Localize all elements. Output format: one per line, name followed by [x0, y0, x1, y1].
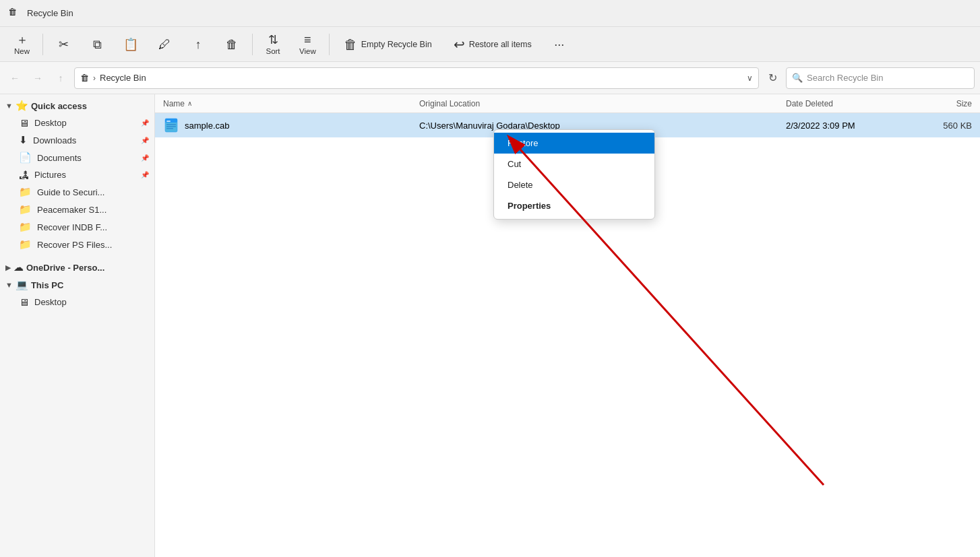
title-bar: 🗑 Recycle Bin: [0, 0, 980, 27]
sidebar-section-thispc[interactable]: ▼ 💻 This PC: [0, 276, 154, 294]
search-placeholder: Search Recycle Bin: [807, 73, 883, 83]
address-bar-icon: 🗑: [80, 73, 89, 83]
view-icon: ≡: [304, 34, 311, 46]
refresh-button[interactable]: ↻: [763, 69, 782, 88]
paste-button[interactable]: 📋: [115, 30, 147, 59]
separator-2: [252, 34, 253, 55]
col-header-date[interactable]: Date Deleted: [778, 94, 913, 112]
documents-label: Documents: [37, 153, 82, 163]
col-date-label: Date Deleted: [786, 99, 833, 108]
context-menu-cut[interactable]: Cut: [494, 154, 654, 174]
sidebar-item-pictures[interactable]: 🏞 Pictures 📌: [0, 166, 154, 183]
pictures-pin-icon: 📌: [141, 171, 149, 178]
file-name-cell: sample.cab: [155, 117, 411, 133]
context-menu-properties-label: Properties: [508, 201, 551, 211]
file-name-text: sample.cab: [185, 121, 229, 131]
restore-all-label: Restore all items: [469, 40, 532, 49]
breadcrumb-separator: ›: [93, 73, 96, 83]
col-header-name[interactable]: Name ∧: [155, 94, 411, 112]
new-label: New: [14, 47, 30, 55]
empty-recycle-bin-label: Empty Recycle Bin: [361, 40, 432, 49]
sort-button[interactable]: ⇅ Sort: [257, 30, 289, 59]
onedrive-label: OneDrive - Perso...: [26, 263, 104, 273]
quick-access-star-icon: ⭐: [16, 100, 28, 112]
share-icon: ↑: [195, 38, 202, 51]
separator-1: [42, 34, 43, 55]
sidebar: ▼ ⭐ Quick access 🖥 Desktop 📌 ⬇ Downloads…: [0, 94, 155, 557]
sidebar-section-onedrive[interactable]: ▶ ☁ OneDrive - Perso...: [0, 259, 154, 276]
sidebar-item-thispc-desktop[interactable]: 🖥 Desktop: [0, 294, 154, 310]
col-location-label: Original Location: [419, 99, 480, 108]
empty-recycle-bin-button[interactable]: 🗑 Empty Recycle Bin: [334, 30, 442, 59]
rename-button[interactable]: 🖊: [148, 30, 181, 59]
col-header-location[interactable]: Original Location: [411, 94, 778, 112]
context-menu: Restore Cut Delete Properties: [493, 129, 655, 220]
context-menu-delete[interactable]: Delete: [494, 174, 654, 195]
address-dropdown-icon[interactable]: ∨: [747, 73, 753, 83]
separator-3: [329, 34, 330, 55]
sort-label: Sort: [266, 47, 280, 55]
context-menu-restore[interactable]: Restore: [494, 133, 654, 154]
sidebar-item-desktop[interactable]: 🖥 Desktop 📌: [0, 114, 154, 131]
main-content: ▼ ⭐ Quick access 🖥 Desktop 📌 ⬇ Downloads…: [0, 94, 980, 557]
recover-indb-label: Recover INDB F...: [37, 222, 107, 232]
downloads-pin-icon: 📌: [141, 137, 149, 144]
thispc-desktop-label: Desktop: [34, 297, 67, 307]
sidebar-item-guide[interactable]: 📁 Guide to Securi...: [0, 183, 154, 201]
thispc-icon: 💻: [16, 279, 28, 291]
guide-label: Guide to Securi...: [37, 187, 104, 197]
column-headers: Name ∧ Original Location Date Deleted Si…: [155, 94, 980, 113]
delete-button[interactable]: 🗑: [216, 30, 248, 59]
back-button[interactable]: ←: [5, 69, 24, 88]
col-size-label: Size: [956, 99, 972, 108]
title-bar-icon: 🗑: [8, 7, 22, 20]
more-options-button[interactable]: ···: [543, 30, 576, 59]
onedrive-icon: ☁: [13, 261, 24, 273]
file-date-cell: 2/3/2022 3:09 PM: [778, 121, 913, 131]
downloads-label: Downloads: [33, 135, 76, 145]
up-button[interactable]: ↑: [51, 69, 70, 88]
sort-icon: ⇅: [268, 34, 278, 46]
pictures-icon: 🏞: [19, 169, 29, 181]
new-button[interactable]: ＋ New: [5, 30, 38, 59]
sort-arrow-icon: ∧: [187, 100, 192, 107]
sidebar-section-quick-access[interactable]: ▼ ⭐ Quick access: [0, 97, 154, 114]
col-header-size[interactable]: Size: [913, 94, 980, 112]
address-bar[interactable]: 🗑 › Recycle Bin ∨: [74, 67, 759, 89]
sidebar-item-peacemaker[interactable]: 📁 Peacemaker S1...: [0, 201, 154, 218]
file-date-text: 2/3/2022 3:09 PM: [786, 121, 855, 131]
desktop-icon: 🖥: [19, 117, 29, 129]
context-menu-properties[interactable]: Properties: [494, 195, 654, 216]
cut-icon: ✂: [59, 38, 69, 51]
share-button[interactable]: ↑: [182, 30, 214, 59]
rename-icon: 🖊: [158, 38, 171, 51]
empty-recycle-bin-icon: 🗑: [344, 38, 357, 51]
sidebar-item-recover-ps[interactable]: 📁 Recover PS Files...: [0, 236, 154, 253]
onedrive-chevron-icon: ▶: [5, 263, 11, 272]
file-size-text: 560 KB: [943, 121, 972, 131]
downloads-icon: ⬇: [19, 134, 28, 146]
forward-button[interactable]: →: [28, 69, 47, 88]
documents-icon: 📄: [19, 152, 32, 164]
recover-ps-folder-icon: 📁: [19, 238, 32, 251]
sidebar-item-recover-indb[interactable]: 📁 Recover INDB F...: [0, 218, 154, 236]
thispc-label: This PC: [31, 280, 63, 290]
search-bar[interactable]: 🔍 Search Recycle Bin: [786, 67, 975, 89]
view-button[interactable]: ≡ View: [290, 30, 325, 59]
toolbar: ＋ New ✂ ⧉ 📋 🖊 ↑ 🗑 ⇅ Sort ≡ View 🗑 Empty …: [0, 27, 980, 62]
new-icon: ＋: [16, 34, 28, 46]
quick-access-label: Quick access: [31, 101, 87, 111]
cut-button[interactable]: ✂: [47, 30, 80, 59]
view-label: View: [299, 47, 316, 55]
more-options-icon: ···: [554, 38, 564, 51]
peacemaker-folder-icon: 📁: [19, 203, 32, 216]
search-icon: 🔍: [792, 73, 803, 83]
copy-button[interactable]: ⧉: [81, 30, 113, 59]
context-menu-cut-label: Cut: [508, 159, 521, 169]
sidebar-item-downloads[interactable]: ⬇ Downloads 📌: [0, 131, 154, 149]
paste-icon: 📋: [123, 38, 138, 51]
restore-all-button[interactable]: ↩ Restore all items: [443, 30, 542, 59]
recover-indb-folder-icon: 📁: [19, 221, 32, 233]
recover-ps-label: Recover PS Files...: [37, 240, 112, 250]
sidebar-item-documents[interactable]: 📄 Documents 📌: [0, 149, 154, 166]
